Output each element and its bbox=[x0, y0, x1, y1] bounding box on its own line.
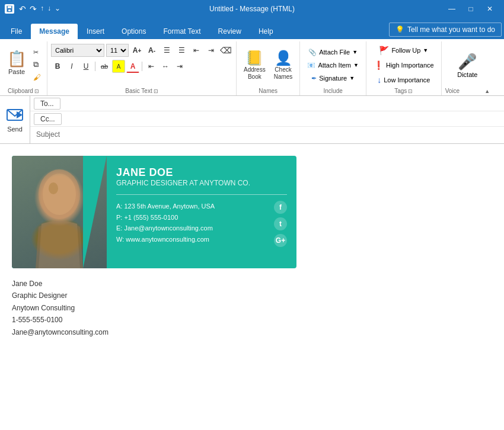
plain-sig-email: Jane@anytownconsulting.com bbox=[12, 326, 492, 338]
facebook-icon[interactable]: f bbox=[274, 201, 287, 214]
signature-dropdown-icon[interactable]: ▼ bbox=[349, 75, 355, 81]
include-group: 📎 Attach File ▼ 📧 Attach Item ▼ ✒ Signat… bbox=[300, 41, 366, 95]
signature-button[interactable]: ✒ Signature ▼ bbox=[308, 73, 358, 84]
redo-button[interactable]: ↷ bbox=[28, 4, 38, 14]
save-button[interactable] bbox=[5, 4, 14, 14]
down-button[interactable]: ↓ bbox=[46, 4, 52, 14]
message-body[interactable]: JANE DOE GRAPHIC DESIGNER AT ANYTOWN CO.… bbox=[0, 144, 504, 430]
voice-group: 🎤 Dictate Voice ▲ bbox=[442, 41, 493, 95]
align-center-button[interactable]: ↔ bbox=[159, 60, 172, 73]
cc-row: Cc... bbox=[30, 111, 504, 127]
sig-contact-info: A: 123 5th Avenue, Anytown, USA P: +1 (5… bbox=[116, 201, 215, 247]
copy-button[interactable]: ⧉ bbox=[31, 59, 43, 70]
signature-content: JANE DOE GRAPHIC DESIGNER AT ANYTOWN CO.… bbox=[107, 156, 296, 268]
increase-indent-button[interactable]: ⇥ bbox=[205, 44, 218, 57]
googleplus-icon[interactable]: G+ bbox=[274, 234, 287, 247]
send-icon bbox=[6, 107, 24, 124]
low-importance-button[interactable]: ↓ Low Importance bbox=[374, 73, 433, 86]
align-right-button[interactable]: ⇥ bbox=[173, 60, 186, 73]
minimize-button[interactable]: — bbox=[442, 0, 461, 18]
undo-button[interactable]: ↶ bbox=[18, 4, 27, 14]
plain-sig-name: Jane Doe bbox=[12, 278, 492, 290]
subject-input[interactable] bbox=[66, 127, 504, 142]
high-importance-label: High Importance bbox=[386, 62, 434, 69]
underline-button[interactable]: U bbox=[79, 60, 92, 73]
check-names-button[interactable]: 👤 CheckNames bbox=[270, 47, 296, 83]
clear-format-button[interactable]: ⌫ bbox=[219, 44, 232, 57]
to-button[interactable]: To... bbox=[34, 98, 60, 110]
maximize-button[interactable]: □ bbox=[461, 0, 480, 18]
close-button[interactable]: ✕ bbox=[480, 0, 499, 18]
more-button[interactable]: ⌄ bbox=[53, 4, 62, 14]
include-content: 📎 Attach File ▼ 📧 Attach Item ▼ ✒ Signat… bbox=[304, 44, 362, 86]
paste-button[interactable]: 📋 Paste bbox=[4, 47, 30, 83]
numbering-button[interactable]: ☰ bbox=[175, 44, 188, 57]
attach-item-icon: 📧 bbox=[307, 62, 315, 69]
attach-file-button[interactable]: 📎 Attach File ▼ bbox=[305, 47, 361, 58]
cc-button[interactable]: Cc... bbox=[34, 113, 62, 125]
basic-text-expand-icon[interactable]: ⊡ bbox=[154, 88, 158, 94]
ribbon: 📋 Paste ✂ ⧉ 🖌 Clipboard ⊡ bbox=[0, 39, 504, 96]
tab-review[interactable]: Review bbox=[210, 24, 250, 39]
strikethrough-button[interactable]: ab bbox=[98, 60, 111, 73]
to-input[interactable] bbox=[64, 96, 504, 111]
align-left-button[interactable]: ⇤ bbox=[145, 60, 158, 73]
undo-redo-group: ↶ ↷ ↑ ↓ ⌄ bbox=[18, 4, 62, 14]
title-bar-left: ↶ ↷ ↑ ↓ ⌄ bbox=[5, 4, 62, 14]
italic-button[interactable]: I bbox=[65, 60, 78, 73]
tab-options[interactable]: Options bbox=[113, 24, 154, 39]
attach-file-icon: 📎 bbox=[308, 49, 317, 56]
sig-address: A: 123 5th Avenue, Anytown, USA bbox=[116, 201, 215, 212]
format-painter-button[interactable]: 🖌 bbox=[31, 72, 43, 83]
tags-expand-icon[interactable]: ⊡ bbox=[408, 88, 413, 94]
twitter-icon[interactable]: t bbox=[274, 217, 287, 230]
send-button[interactable]: Send bbox=[0, 96, 30, 143]
lightbulb-icon: 💡 bbox=[395, 25, 404, 34]
header-fields: To... Cc... Subject bbox=[30, 96, 504, 143]
clipboard-expand-icon[interactable]: ⊡ bbox=[34, 88, 39, 94]
decrease-indent-button[interactable]: ⇤ bbox=[190, 44, 203, 57]
tab-message[interactable]: Message bbox=[31, 24, 78, 39]
cut-button[interactable]: ✂ bbox=[31, 47, 43, 57]
tab-format-text[interactable]: Format Text bbox=[155, 24, 209, 39]
clipboard-group: 📋 Paste ✂ ⧉ 🖌 Clipboard ⊡ bbox=[0, 41, 47, 95]
cc-input[interactable] bbox=[65, 111, 504, 126]
highlight-button[interactable]: A bbox=[112, 60, 125, 73]
font-family-select[interactable]: Calibri bbox=[51, 44, 104, 57]
follow-up-dropdown-icon[interactable]: ▼ bbox=[423, 47, 428, 53]
bullets-button[interactable]: ☰ bbox=[160, 44, 173, 57]
attach-item-button[interactable]: 📧 Attach Item ▼ bbox=[304, 60, 362, 71]
decrease-font-button[interactable]: A- bbox=[145, 44, 158, 57]
tab-insert[interactable]: Insert bbox=[78, 24, 113, 39]
dictate-button[interactable]: 🎤 Dictate bbox=[451, 50, 483, 81]
attach-file-dropdown-icon[interactable]: ▼ bbox=[352, 49, 358, 55]
up-button[interactable]: ↑ bbox=[39, 4, 45, 14]
sig-divider bbox=[116, 194, 287, 195]
svg-point-7 bbox=[43, 174, 76, 215]
tab-help[interactable]: Help bbox=[250, 24, 282, 39]
names-label: Names bbox=[259, 88, 277, 94]
window-title: Untitled - Message (HTML) bbox=[62, 5, 442, 13]
signature-card: JANE DOE GRAPHIC DESIGNER AT ANYTOWN CO.… bbox=[12, 156, 296, 268]
address-book-button[interactable]: 📒 AddressBook bbox=[240, 47, 269, 83]
bold-button[interactable]: B bbox=[51, 60, 64, 73]
tell-me-search[interactable]: 💡 Tell me what you want to do bbox=[389, 23, 502, 37]
attach-item-dropdown-icon[interactable]: ▼ bbox=[353, 62, 359, 68]
font-color-button[interactable]: A bbox=[126, 60, 139, 73]
follow-up-icon: 🚩 bbox=[379, 46, 389, 55]
font-size-select[interactable]: 11 bbox=[106, 44, 129, 57]
increase-font-button[interactable]: A+ bbox=[130, 44, 143, 57]
copy-icon: ⧉ bbox=[33, 60, 39, 69]
tab-file[interactable]: File bbox=[2, 24, 30, 39]
tags-content: 🚩 Follow Up ▼ ❗ High Importance ↓ Low Im… bbox=[370, 44, 438, 86]
low-importance-icon: ↓ bbox=[377, 75, 381, 85]
tags-group: 🚩 Follow Up ▼ ❗ High Importance ↓ Low Im… bbox=[366, 41, 442, 95]
to-row: To... bbox=[30, 96, 504, 111]
subject-label: Subject bbox=[30, 129, 66, 140]
ribbon-tabs: File Message Insert Options Format Text … bbox=[0, 18, 504, 39]
names-content: 📒 AddressBook 👤 CheckNames bbox=[240, 44, 296, 86]
voice-content: 🎤 Dictate bbox=[451, 44, 483, 86]
follow-up-button[interactable]: 🚩 Follow Up ▼ bbox=[375, 44, 432, 57]
high-importance-button[interactable]: ❗ High Importance bbox=[370, 59, 438, 72]
voice-collapse-icon[interactable]: ▲ bbox=[484, 88, 490, 94]
